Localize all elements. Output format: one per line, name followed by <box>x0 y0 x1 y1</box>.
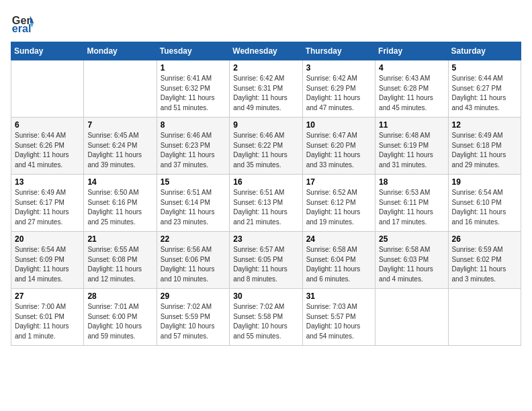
day-info: Sunrise: 6:57 AM Sunset: 6:05 PM Dayligh… <box>233 245 298 284</box>
day-info: Sunrise: 7:00 AM Sunset: 6:01 PM Dayligh… <box>15 302 80 341</box>
page-header: Gen eral <box>11 11 521 35</box>
day-number: 17 <box>306 177 371 187</box>
calendar-cell: 31Sunrise: 7:03 AM Sunset: 5:57 PM Dayli… <box>302 289 375 346</box>
day-number: 16 <box>233 177 298 187</box>
calendar-cell: 25Sunrise: 6:58 AM Sunset: 6:03 PM Dayli… <box>375 232 448 289</box>
day-info: Sunrise: 6:44 AM Sunset: 6:27 PM Dayligh… <box>452 74 517 113</box>
day-number: 20 <box>15 234 80 244</box>
calendar-week-row: 6Sunrise: 6:44 AM Sunset: 6:26 PM Daylig… <box>11 118 521 175</box>
calendar-cell: 27Sunrise: 7:00 AM Sunset: 6:01 PM Dayli… <box>11 289 84 346</box>
calendar-cell: 1Sunrise: 6:41 AM Sunset: 6:32 PM Daylig… <box>157 60 229 118</box>
day-number: 12 <box>452 120 517 130</box>
calendar-cell: 9Sunrise: 6:46 AM Sunset: 6:22 PM Daylig… <box>230 118 302 175</box>
calendar-cell: 20Sunrise: 6:54 AM Sunset: 6:09 PM Dayli… <box>11 232 84 289</box>
day-number: 21 <box>87 234 152 244</box>
calendar-cell: 13Sunrise: 6:49 AM Sunset: 6:17 PM Dayli… <box>11 175 84 232</box>
day-info: Sunrise: 6:45 AM Sunset: 6:24 PM Dayligh… <box>87 131 152 170</box>
day-info: Sunrise: 6:50 AM Sunset: 6:16 PM Dayligh… <box>87 188 152 227</box>
day-info: Sunrise: 7:01 AM Sunset: 6:00 PM Dayligh… <box>87 302 152 341</box>
day-number: 26 <box>452 234 517 244</box>
calendar-cell: 29Sunrise: 7:02 AM Sunset: 5:59 PM Dayli… <box>157 289 229 346</box>
day-info: Sunrise: 6:58 AM Sunset: 6:03 PM Dayligh… <box>379 245 444 284</box>
day-number: 13 <box>15 177 80 187</box>
day-number: 2 <box>233 63 298 73</box>
calendar-cell: 4Sunrise: 6:43 AM Sunset: 6:28 PM Daylig… <box>375 60 448 118</box>
calendar-cell: 19Sunrise: 6:54 AM Sunset: 6:10 PM Dayli… <box>448 175 521 232</box>
day-info: Sunrise: 6:44 AM Sunset: 6:26 PM Dayligh… <box>15 131 80 170</box>
calendar-cell: 30Sunrise: 7:02 AM Sunset: 5:58 PM Dayli… <box>230 289 302 346</box>
day-number: 14 <box>87 177 152 187</box>
day-number: 24 <box>306 234 371 244</box>
calendar-cell: 2Sunrise: 6:42 AM Sunset: 6:31 PM Daylig… <box>230 60 302 118</box>
day-info: Sunrise: 6:52 AM Sunset: 6:12 PM Dayligh… <box>306 188 371 227</box>
day-info: Sunrise: 6:59 AM Sunset: 6:02 PM Dayligh… <box>452 245 517 284</box>
calendar-week-row: 27Sunrise: 7:00 AM Sunset: 6:01 PM Dayli… <box>11 289 521 346</box>
calendar-cell: 6Sunrise: 6:44 AM Sunset: 6:26 PM Daylig… <box>11 118 84 175</box>
day-info: Sunrise: 6:49 AM Sunset: 6:17 PM Dayligh… <box>15 188 80 227</box>
day-info: Sunrise: 6:58 AM Sunset: 6:04 PM Dayligh… <box>306 245 371 284</box>
day-info: Sunrise: 6:48 AM Sunset: 6:19 PM Dayligh… <box>379 131 444 170</box>
calendar-cell <box>375 289 448 346</box>
day-number: 6 <box>15 120 80 130</box>
day-number: 15 <box>161 177 226 187</box>
day-number: 22 <box>161 234 226 244</box>
calendar-cell: 23Sunrise: 6:57 AM Sunset: 6:05 PM Dayli… <box>230 232 302 289</box>
day-number: 5 <box>452 63 517 73</box>
day-number: 25 <box>379 234 444 244</box>
calendar-body: 1Sunrise: 6:41 AM Sunset: 6:32 PM Daylig… <box>11 60 521 346</box>
day-header-friday: Friday <box>375 42 448 60</box>
day-number: 19 <box>452 177 517 187</box>
calendar-cell: 11Sunrise: 6:48 AM Sunset: 6:19 PM Dayli… <box>375 118 448 175</box>
calendar-cell: 22Sunrise: 6:56 AM Sunset: 6:06 PM Dayli… <box>157 232 229 289</box>
calendar-cell: 16Sunrise: 6:51 AM Sunset: 6:13 PM Dayli… <box>230 175 302 232</box>
calendar-week-row: 1Sunrise: 6:41 AM Sunset: 6:32 PM Daylig… <box>11 60 521 118</box>
day-header-wednesday: Wednesday <box>230 42 302 60</box>
day-info: Sunrise: 7:02 AM Sunset: 5:59 PM Dayligh… <box>161 302 226 341</box>
day-info: Sunrise: 6:54 AM Sunset: 6:10 PM Dayligh… <box>452 188 517 227</box>
calendar-week-row: 13Sunrise: 6:49 AM Sunset: 6:17 PM Dayli… <box>11 175 521 232</box>
day-number: 30 <box>233 291 298 301</box>
calendar-cell: 28Sunrise: 7:01 AM Sunset: 6:00 PM Dayli… <box>84 289 157 346</box>
logo-icon: Gen eral <box>11 11 35 35</box>
day-info: Sunrise: 6:51 AM Sunset: 6:13 PM Dayligh… <box>233 188 298 227</box>
day-info: Sunrise: 6:55 AM Sunset: 6:08 PM Dayligh… <box>87 245 152 284</box>
day-info: Sunrise: 6:51 AM Sunset: 6:14 PM Dayligh… <box>161 188 226 227</box>
calendar-header-row: SundayMondayTuesdayWednesdayThursdayFrid… <box>11 42 521 60</box>
day-header-monday: Monday <box>84 42 157 60</box>
day-header-saturday: Saturday <box>448 42 521 60</box>
calendar-cell <box>11 60 84 118</box>
day-info: Sunrise: 6:42 AM Sunset: 6:29 PM Dayligh… <box>306 74 371 113</box>
day-info: Sunrise: 7:02 AM Sunset: 5:58 PM Dayligh… <box>233 302 298 341</box>
day-info: Sunrise: 6:46 AM Sunset: 6:22 PM Dayligh… <box>233 131 298 170</box>
calendar-week-row: 20Sunrise: 6:54 AM Sunset: 6:09 PM Dayli… <box>11 232 521 289</box>
calendar-cell: 26Sunrise: 6:59 AM Sunset: 6:02 PM Dayli… <box>448 232 521 289</box>
day-info: Sunrise: 6:49 AM Sunset: 6:18 PM Dayligh… <box>452 131 517 170</box>
day-number: 3 <box>306 63 371 73</box>
calendar-table: SundayMondayTuesdayWednesdayThursdayFrid… <box>11 42 521 346</box>
day-header-thursday: Thursday <box>302 42 375 60</box>
day-header-sunday: Sunday <box>11 42 84 60</box>
day-number: 18 <box>379 177 444 187</box>
day-number: 31 <box>306 291 371 301</box>
day-info: Sunrise: 6:47 AM Sunset: 6:20 PM Dayligh… <box>306 131 371 170</box>
logo: Gen eral <box>11 11 38 35</box>
calendar-cell: 24Sunrise: 6:58 AM Sunset: 6:04 PM Dayli… <box>302 232 375 289</box>
day-number: 9 <box>233 120 298 130</box>
svg-text:eral: eral <box>12 22 32 34</box>
calendar-cell: 7Sunrise: 6:45 AM Sunset: 6:24 PM Daylig… <box>84 118 157 175</box>
calendar-cell: 15Sunrise: 6:51 AM Sunset: 6:14 PM Dayli… <box>157 175 229 232</box>
calendar-cell: 14Sunrise: 6:50 AM Sunset: 6:16 PM Dayli… <box>84 175 157 232</box>
day-info: Sunrise: 6:53 AM Sunset: 6:11 PM Dayligh… <box>379 188 444 227</box>
day-number: 4 <box>379 63 444 73</box>
calendar-cell: 8Sunrise: 6:46 AM Sunset: 6:23 PM Daylig… <box>157 118 229 175</box>
calendar-cell: 18Sunrise: 6:53 AM Sunset: 6:11 PM Dayli… <box>375 175 448 232</box>
day-info: Sunrise: 6:43 AM Sunset: 6:28 PM Dayligh… <box>379 74 444 113</box>
day-number: 23 <box>233 234 298 244</box>
day-info: Sunrise: 6:41 AM Sunset: 6:32 PM Dayligh… <box>161 74 226 113</box>
day-number: 28 <box>87 291 152 301</box>
day-number: 27 <box>15 291 80 301</box>
day-number: 1 <box>161 63 226 73</box>
calendar-cell: 3Sunrise: 6:42 AM Sunset: 6:29 PM Daylig… <box>302 60 375 118</box>
calendar-cell: 21Sunrise: 6:55 AM Sunset: 6:08 PM Dayli… <box>84 232 157 289</box>
day-info: Sunrise: 6:42 AM Sunset: 6:31 PM Dayligh… <box>233 74 298 113</box>
